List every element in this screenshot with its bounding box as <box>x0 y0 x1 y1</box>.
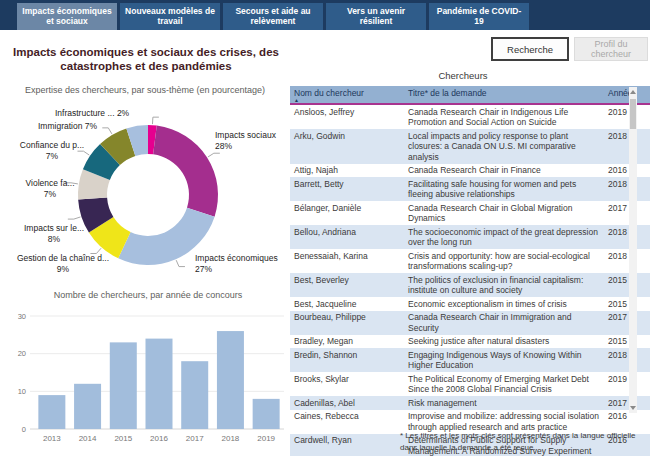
application-title: Facilitating safe housing for women and … <box>404 177 604 201</box>
donut-label: Violence fa...7% <box>12 178 88 201</box>
application-title: The socioeconomic impact of the great de… <box>404 225 604 249</box>
researcher-name: Ansloos, Jeffrey <box>290 104 404 129</box>
x-tick-label: 2018 <box>222 434 240 443</box>
donut-label: Impacts sur le...8% <box>8 223 100 246</box>
researcher-name: Attig, Najah <box>290 164 404 178</box>
profile-button: Profil du chercheur <box>574 37 648 61</box>
researcher-name: Best, Jacqueline <box>290 297 404 311</box>
bar-chart-title: Nombre de chercheurs, par année de conco… <box>8 290 288 300</box>
column-header-2[interactable]: Année <box>604 86 650 104</box>
table-row[interactable]: Bélanger, DanièleCanada Research Chair i… <box>290 201 650 225</box>
donut-label: Gestion de la chaîne d...9% <box>8 253 118 276</box>
researcher-name: Bélanger, Danièle <box>290 201 404 225</box>
x-tick-label: 2015 <box>114 434 132 443</box>
nav-tabs: Impacts économiques et sociauxNouveaux m… <box>0 0 650 30</box>
page-title: Impacts économiques et sociaux des crise… <box>8 45 284 74</box>
researcher-name: Best, Beverley <box>290 273 404 297</box>
nav-tab-2[interactable]: Secours et aide au relèvement <box>223 3 323 30</box>
competition-year: 2017 <box>604 311 650 335</box>
x-tick-label: 2013 <box>43 434 61 443</box>
researcher-name: Benessaiah, Karina <box>290 249 404 273</box>
table-row[interactable]: Bradley, MeganSeeking justice after natu… <box>290 335 650 349</box>
competition-year: 2015 <box>604 335 650 349</box>
researchers-table: Nom du chercheur▲Titre* de la demandeAnn… <box>290 86 650 456</box>
bar-2015[interactable] <box>110 342 137 429</box>
donut-leader-line <box>152 117 158 124</box>
application-title: Canada Research Chair in Immigration and… <box>404 311 604 335</box>
bar-2013[interactable] <box>38 395 65 429</box>
search-button[interactable]: Recherche <box>491 37 569 61</box>
bar-2017[interactable] <box>181 361 208 429</box>
y-tick-label: 20 <box>18 349 26 358</box>
donut-label: Impacts économiques27% <box>195 253 278 276</box>
bar-chart: Nombre de chercheurs, par année de conco… <box>8 290 288 454</box>
table-row[interactable]: Cadenillas, AbelRisk management2017 <box>290 396 650 410</box>
donut-label: Infrastructure ... 2% <box>55 108 129 119</box>
nav-tab-4[interactable]: Pandémie de COVID-19 <box>429 3 529 30</box>
table-row[interactable]: Best, BeverleyThe politics of exclusion … <box>290 273 650 297</box>
table-row[interactable]: Best, JacquelineEconomic exceptionalism … <box>290 297 650 311</box>
researcher-name: Bellou, Andriana <box>290 225 404 249</box>
application-title: Economic exceptionalism in times of cris… <box>404 297 604 311</box>
application-title: The politics of exclusion in financial c… <box>404 273 604 297</box>
table-row[interactable]: Barrett, BettyFacilitating safe housing … <box>290 177 650 201</box>
application-title: Canada Research Chair in Global Migratio… <box>404 201 604 225</box>
bar-2018[interactable] <box>217 331 244 429</box>
competition-year: 2017 <box>604 396 650 410</box>
bar-svg: 01020302013201420152016201720182019 <box>8 303 288 454</box>
competition-year: 2018 <box>604 249 650 273</box>
scroll-down-icon[interactable] <box>630 406 636 410</box>
donut-leader-line <box>208 153 220 157</box>
table-row[interactable]: Attig, NajahCanada Research Chair in Fin… <box>290 164 650 178</box>
bar-2014[interactable] <box>74 384 101 429</box>
table-row[interactable]: Benessaiah, KarinaCrisis and opportunity… <box>290 249 650 273</box>
column-header-1[interactable]: Titre* de la demande <box>404 86 604 104</box>
donut-slice-1[interactable] <box>153 126 218 217</box>
x-tick-label: 2014 <box>79 434 97 443</box>
column-header-0[interactable]: Nom du chercheur▲ <box>290 86 404 104</box>
table-row[interactable]: Bourbeau, PhilippeCanada Research Chair … <box>290 311 650 335</box>
competition-year: 2016 <box>604 164 650 178</box>
researcher-name: Cadenillas, Abel <box>290 396 404 410</box>
table-row[interactable]: Bredin, ShannonEngaging Indigenous Ways … <box>290 348 650 372</box>
nav-tab-0[interactable]: Impacts économiques et sociaux <box>17 3 117 30</box>
application-title: Engaging Indigenous Ways of Knowing With… <box>404 348 604 372</box>
donut-chart-title: Expertise des chercheurs, par sous-thème… <box>6 85 284 95</box>
competition-year: 2018 <box>604 177 650 201</box>
application-title: Canada Research Chair in Indigenous Life… <box>404 104 604 129</box>
application-title: Seeking justice after natural disasters <box>404 335 604 349</box>
x-tick-label: 2016 <box>150 434 168 443</box>
table-title: Chercheurs <box>290 70 636 81</box>
bar-2019[interactable] <box>253 399 280 429</box>
y-tick-label: 10 <box>18 387 26 396</box>
researcher-name: Caines, Rebecca <box>290 410 404 434</box>
scroll-up-icon[interactable] <box>630 90 636 94</box>
table-row[interactable]: Brooks, SkylarThe Political Economy of E… <box>290 372 650 396</box>
researcher-name: Brooks, Skylar <box>290 372 404 396</box>
donut-label: Immigration 7% <box>38 121 97 132</box>
bar-2016[interactable] <box>146 339 173 429</box>
researcher-name: Arku, Godwin <box>290 129 404 164</box>
donut-label: Confiance du p...7% <box>10 140 94 163</box>
scrollbar-thumb[interactable] <box>630 99 636 129</box>
competition-year: 2019 <box>604 372 650 396</box>
competition-year: 2018 <box>604 348 650 372</box>
footnote: * Les titres et les mots-clés sont prése… <box>400 430 648 453</box>
competition-year: 2017 <box>604 201 650 225</box>
researchers-panel: Chercheurs Nom du chercheur▲Titre* de la… <box>290 70 648 456</box>
nav-tab-1[interactable]: Nouveaux modèles de travail <box>120 3 220 30</box>
x-tick-label: 2019 <box>257 434 275 443</box>
table-scrollbar[interactable] <box>629 87 637 413</box>
table-row[interactable]: Bellou, AndrianaThe socioeconomic impact… <box>290 225 650 249</box>
application-title: Local impacts and policy response to pla… <box>404 129 604 164</box>
donut-leader-line <box>68 217 81 219</box>
competition-year: 2015 <box>604 273 650 297</box>
donut-leader-line <box>102 128 112 134</box>
researcher-name: Barrett, Betty <box>290 177 404 201</box>
table-row[interactable]: Arku, GodwinLocal impacts and policy res… <box>290 129 650 164</box>
researcher-name: Cardwell, Ryan <box>290 434 404 456</box>
nav-tab-3[interactable]: Vers un avenir résilient <box>326 3 426 30</box>
y-tick-label: 0 <box>22 425 26 434</box>
researcher-name: Bradley, Megan <box>290 335 404 349</box>
table-row[interactable]: Ansloos, JeffreyCanada Research Chair in… <box>290 104 650 129</box>
